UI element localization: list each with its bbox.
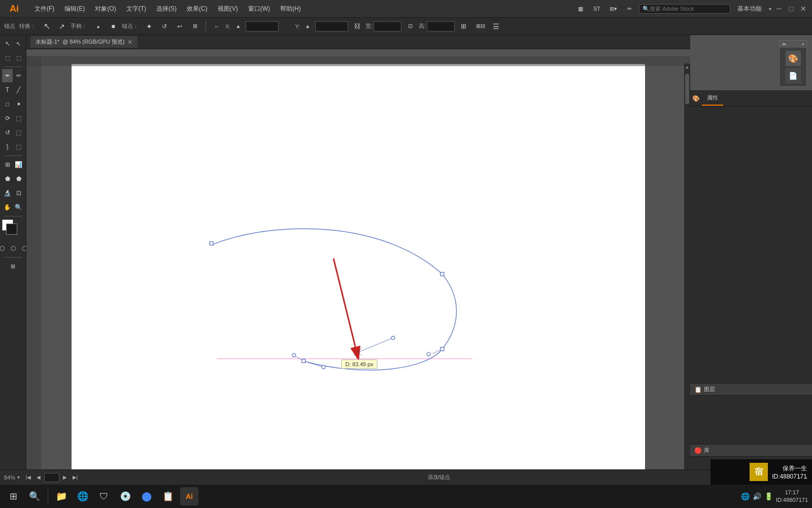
close-button[interactable]: ✕ <box>799 4 808 13</box>
maximize-button[interactable]: □ <box>787 4 796 13</box>
shape-builder-tool[interactable]: ⬟ <box>2 172 13 185</box>
menu-help[interactable]: 帮助(H) <box>276 3 305 15</box>
start-button[interactable]: ⊞ <box>4 487 22 505</box>
vertical-scrollbar[interactable]: ▲ ▼ <box>684 64 690 479</box>
paint-bucket[interactable]: ⊡ <box>13 186 24 200</box>
anchor-btn-2[interactable]: ↺ <box>158 20 171 33</box>
menu-object[interactable]: 对象(O) <box>91 3 120 15</box>
extra-tool-1[interactable]: ⬡ <box>0 242 7 255</box>
taskbar-chrome[interactable]: ⬤ <box>138 487 156 505</box>
zoom-tool[interactable]: 🔍 <box>13 201 24 214</box>
shape-builder-tool-2[interactable]: ⬟ <box>13 172 24 185</box>
stroke-swatch[interactable] <box>6 224 17 235</box>
anchor-btn-3[interactable]: ↩ <box>173 20 186 33</box>
scale-tool[interactable]: ⬚ <box>13 126 24 139</box>
handle-btn-2[interactable]: ■ <box>107 20 120 33</box>
doc-panel-btn[interactable]: 📄 <box>786 68 801 83</box>
scroll-up-btn[interactable]: ▲ <box>684 64 690 71</box>
volume-icon[interactable]: 🔊 <box>753 492 761 500</box>
artboard-tool[interactable]: ⊞ <box>2 260 24 273</box>
toolbar-arrange-icon[interactable]: ⊞⊟ <box>474 20 487 33</box>
rotate-tool[interactable]: ↺ <box>2 126 13 139</box>
warp-tool-2[interactable]: ⬚ <box>13 140 24 153</box>
taskbar-notes[interactable]: 📋 <box>159 487 177 505</box>
y-spinner-up[interactable]: ▲ <box>301 20 314 33</box>
menu-text[interactable]: 文字(T) <box>122 3 150 15</box>
menu-effect[interactable]: 效果(C) <box>183 3 212 15</box>
minimize-button[interactable]: ─ <box>774 4 784 13</box>
toolbar-icon-2[interactable]: ST <box>590 2 603 15</box>
taskbar-shield[interactable]: 🛡 <box>95 487 113 505</box>
h-input[interactable]: 0 px <box>427 21 455 31</box>
graph-tool-2[interactable]: 📊 <box>13 158 24 171</box>
eyedropper-tool-2[interactable]: 🔬 <box>2 186 13 200</box>
menu-window[interactable]: 窗口(W) <box>244 3 274 15</box>
taskbar-file-explorer[interactable]: 📁 <box>52 487 71 505</box>
select-tool[interactable]: ↖ <box>2 37 13 50</box>
color-panel-btn[interactable]: 🎨 <box>786 51 801 66</box>
nav-next[interactable]: ▶ <box>60 473 70 482</box>
toolbar-icon-3[interactable]: ⊞▾ <box>606 2 620 15</box>
panel-tab-properties[interactable]: 属性 <box>702 91 723 106</box>
x-spinner-down[interactable] <box>280 20 293 33</box>
paint-tool[interactable]: ⟳ <box>2 112 13 125</box>
hand-tool[interactable]: ✋ <box>2 201 13 214</box>
canvas-wrapper[interactable]: D: 83.49 px ▲ ▼ ◀ ▶ <box>26 49 690 485</box>
lasso-tool-2[interactable]: ⬚ <box>13 51 24 65</box>
workspace-selector[interactable]: 基本功能 <box>733 3 766 15</box>
page-input[interactable]: 1 <box>44 473 59 482</box>
mini-panel-close[interactable]: × <box>802 42 804 47</box>
anchor-btn-4[interactable]: ⊞ <box>188 20 201 33</box>
layers-label[interactable]: 图层 <box>704 386 715 393</box>
mini-panel-expand[interactable]: ≫ <box>782 42 786 47</box>
x-spinner-up[interactable]: ▲ <box>231 20 245 33</box>
paint-tool-2[interactable]: ⬚ <box>13 112 24 125</box>
rect-tool[interactable]: □ <box>2 98 13 111</box>
menu-select[interactable]: 选择(S) <box>152 3 181 15</box>
menu-edit[interactable]: 编辑(E) <box>60 3 89 15</box>
menu-view[interactable]: 视图(V) <box>214 3 242 15</box>
transform-icon[interactable]: ⊞ <box>457 20 470 33</box>
taskbar-browser[interactable]: 🌐 <box>74 487 92 505</box>
taskbar-search[interactable]: 🔍 <box>25 487 44 505</box>
toolbar-icon-1[interactable]: ▦ <box>574 2 587 15</box>
convert-btn-2[interactable]: ↗ <box>55 20 69 33</box>
eyedropper-tool[interactable]: ✦ <box>13 98 24 111</box>
x-input[interactable]: 577.5 px <box>246 21 279 31</box>
link-icon[interactable]: ⛓ <box>350 20 363 33</box>
nav-prev[interactable]: ◀ <box>34 473 43 482</box>
toolbar-menu-icon[interactable]: ☰ <box>489 20 502 33</box>
type-tool[interactable]: T <box>2 83 13 97</box>
taskbar-app-1[interactable]: 💿 <box>116 487 134 505</box>
extra-tool-2[interactable]: ⬡ <box>8 242 18 255</box>
nav-first[interactable]: |◀ <box>24 473 33 482</box>
nav-last[interactable]: ▶| <box>71 473 80 482</box>
convert-btn-1[interactable]: ↖ <box>40 20 53 33</box>
taskbar-time[interactable]: 17:17 ID:48807171 <box>776 489 808 504</box>
x-label: X: <box>225 23 230 29</box>
line-tool[interactable]: ╱ <box>13 83 24 97</box>
menu-file[interactable]: 文件(F) <box>30 3 58 15</box>
w-input[interactable]: 0 px <box>374 21 401 31</box>
pen-tool[interactable]: ✒ <box>2 69 13 82</box>
pencil-tool[interactable]: ✏ <box>13 69 24 82</box>
search-input[interactable] <box>650 6 721 12</box>
direct-select-tool[interactable]: ↖ <box>13 37 24 50</box>
zoom-dropdown[interactable]: ▾ <box>17 474 20 480</box>
toolbar-icon-4[interactable]: ✏ <box>623 2 636 15</box>
anchor-btn-1[interactable]: ✦ <box>143 20 156 33</box>
battery-icon[interactable]: 🔋 <box>764 492 773 500</box>
y-input[interactable]: 523.5 px <box>315 21 348 31</box>
handle-btn-1[interactable]: ⬥ <box>91 20 105 33</box>
anchor-btn-5[interactable]: ↔ <box>210 20 223 33</box>
warp-tool[interactable]: ⟆ <box>2 140 13 153</box>
lasso-tool-1[interactable]: ⬚ <box>2 51 13 65</box>
doc-tab-close[interactable]: ✕ <box>127 39 132 46</box>
extra-tool-3[interactable]: ⬡ <box>19 242 26 255</box>
taskbar-ai[interactable]: Ai <box>180 487 198 505</box>
w-unit-icon[interactable]: ⊡ <box>403 20 417 33</box>
network-icon[interactable]: 🌐 <box>741 492 750 500</box>
library-label[interactable]: 库 <box>704 447 709 454</box>
doc-tab-item[interactable]: 未标题-1* @ 84% (RGB/GPU 预览) ✕ <box>30 36 138 48</box>
graph-tool[interactable]: ⊞ <box>2 158 13 171</box>
